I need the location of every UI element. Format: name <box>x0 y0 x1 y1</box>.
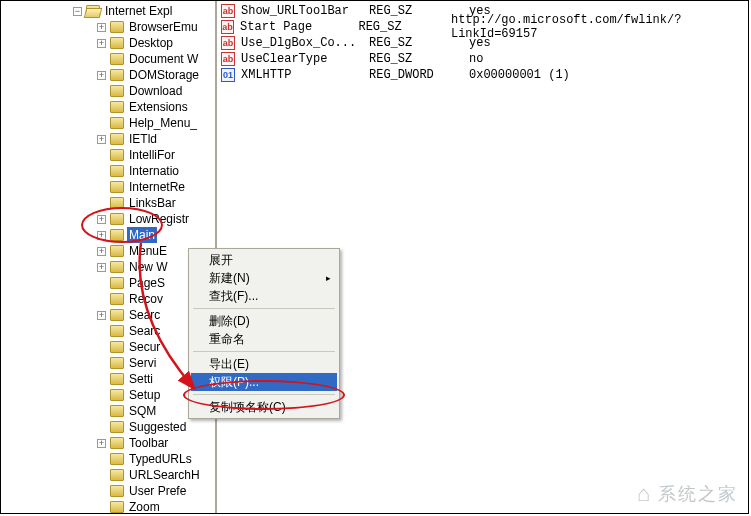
tree-node-suggested[interactable]: Suggested <box>1 419 215 435</box>
tree-node-pages[interactable]: PageS <box>1 275 215 291</box>
tree-node-label: Internatio <box>127 163 181 179</box>
menu-item-重命名[interactable]: 重命名 <box>191 330 337 348</box>
tree-node-main[interactable]: + Main <box>1 227 215 243</box>
no-expand <box>97 199 106 208</box>
no-expand <box>97 119 106 128</box>
folder-open-icon <box>86 5 100 17</box>
tree-node-label: Zoom <box>127 499 162 513</box>
tree-node-servi[interactable]: Servi <box>1 355 215 371</box>
folder-icon <box>110 405 124 417</box>
tree-node-extensions[interactable]: Extensions <box>1 99 215 115</box>
tree-node-menue[interactable]: + MenuE <box>1 243 215 259</box>
tree-node-download[interactable]: Download <box>1 83 215 99</box>
menu-item-导出E[interactable]: 导出(E) <box>191 355 337 373</box>
value-data: http://go.microsoft.com/fwlink/?LinkId=6… <box>451 13 744 41</box>
tree-node-searc[interactable]: + Searc <box>1 307 215 323</box>
folder-icon <box>110 229 124 241</box>
folder-icon <box>110 325 124 337</box>
expand-icon[interactable]: + <box>97 263 106 272</box>
folder-icon <box>110 277 124 289</box>
value-row[interactable]: ab Start Page REG_SZ http://go.microsoft… <box>221 19 744 35</box>
tree-node-user prefe[interactable]: User Prefe <box>1 483 215 499</box>
expand-icon[interactable]: + <box>97 215 106 224</box>
tree-node-domstorage[interactable]: + DOMStorage <box>1 67 215 83</box>
expand-icon[interactable]: + <box>97 39 106 48</box>
tree-root[interactable]: − Internet Expl <box>1 3 215 19</box>
no-expand <box>97 503 106 512</box>
tree-node-label: IntelliFor <box>127 147 177 163</box>
value-data: yes <box>469 36 491 50</box>
tree-node-ietld[interactable]: + IETld <box>1 131 215 147</box>
tree-root-label: Internet Expl <box>103 3 174 19</box>
value-row[interactable]: ab UseClearType REG_SZ no <box>221 51 744 67</box>
expand-icon[interactable]: + <box>97 71 106 80</box>
expand-icon[interactable]: + <box>97 311 106 320</box>
tree-node-lowregistr[interactable]: + LowRegistr <box>1 211 215 227</box>
tree-node-help_menu_[interactable]: Help_Menu_ <box>1 115 215 131</box>
folder-icon <box>110 501 124 513</box>
folder-icon <box>110 213 124 225</box>
tree-node-searc[interactable]: Searc <box>1 323 215 339</box>
folder-icon <box>110 437 124 449</box>
tree-node-label: Toolbar <box>127 435 170 451</box>
tree-node-desktop[interactable]: + Desktop <box>1 35 215 51</box>
menu-item-查找F[interactable]: 查找(F)... <box>191 287 337 305</box>
menu-item-新建N[interactable]: 新建(N) <box>191 269 337 287</box>
folder-icon <box>110 37 124 49</box>
menu-item-删除D[interactable]: 删除(D) <box>191 312 337 330</box>
folder-icon <box>110 421 124 433</box>
context-menu[interactable]: 展开新建(N)查找(F)...删除(D)重命名导出(E)权限(P)...复制项名… <box>188 248 340 419</box>
tree-node-zoom[interactable]: Zoom <box>1 499 215 513</box>
tree-node-label: PageS <box>127 275 167 291</box>
tree-node-document w[interactable]: Document W <box>1 51 215 67</box>
tree-node-label: Download <box>127 83 184 99</box>
tree-node-browseremu[interactable]: + BrowserEmu <box>1 19 215 35</box>
folder-icon <box>110 485 124 497</box>
menu-separator <box>193 351 335 352</box>
value-name: UseClearType <box>241 52 369 66</box>
tree-node-recov[interactable]: Recov <box>1 291 215 307</box>
tree-node-intellifor[interactable]: IntelliFor <box>1 147 215 163</box>
tree-node-label: Setti <box>127 371 155 387</box>
folder-icon <box>110 21 124 33</box>
expand-icon[interactable]: + <box>97 439 106 448</box>
tree-node-label: LinksBar <box>127 195 178 211</box>
tree-node-new w[interactable]: + New W <box>1 259 215 275</box>
tree-node-sqm[interactable]: SQM <box>1 403 215 419</box>
no-expand <box>97 471 106 480</box>
no-expand <box>97 103 106 112</box>
tree-node-label: InternetRe <box>127 179 187 195</box>
no-expand <box>97 423 106 432</box>
collapse-icon[interactable]: − <box>73 7 82 16</box>
tree-node-toolbar[interactable]: + Toolbar <box>1 435 215 451</box>
tree-node-setti[interactable]: Setti <box>1 371 215 387</box>
tree-node-label: Searc <box>127 323 162 339</box>
menu-item-展开[interactable]: 展开 <box>191 251 337 269</box>
string-icon: ab <box>221 36 235 50</box>
tree-node-linksbar[interactable]: LinksBar <box>1 195 215 211</box>
tree-node-urlsearchh[interactable]: URLSearchH <box>1 467 215 483</box>
tree-node-internatio[interactable]: Internatio <box>1 163 215 179</box>
folder-icon <box>110 101 124 113</box>
folder-icon <box>110 53 124 65</box>
tree-node-setup[interactable]: Setup <box>1 387 215 403</box>
tree-node-label: Secur <box>127 339 162 355</box>
value-type: REG_SZ <box>369 36 469 50</box>
no-expand <box>97 407 106 416</box>
registry-tree-pane[interactable]: − Internet Expl + BrowserEmu + Desktop D… <box>1 1 217 513</box>
menu-item-权限P[interactable]: 权限(P)... <box>191 373 337 391</box>
tree-node-internetre[interactable]: InternetRe <box>1 179 215 195</box>
expand-icon[interactable]: + <box>97 135 106 144</box>
no-expand <box>97 327 106 336</box>
expand-icon[interactable]: + <box>97 231 106 240</box>
tree-node-secur[interactable]: Secur <box>1 339 215 355</box>
watermark-text: 系统之家 <box>658 482 738 506</box>
expand-icon[interactable]: + <box>97 247 106 256</box>
value-row[interactable]: 01 XMLHTTP REG_DWORD 0x00000001 (1) <box>221 67 744 83</box>
folder-icon <box>110 341 124 353</box>
folder-icon <box>110 261 124 273</box>
no-expand <box>97 151 106 160</box>
tree-node-typedurls[interactable]: TypedURLs <box>1 451 215 467</box>
menu-item-复制项名称C[interactable]: 复制项名称(C) <box>191 398 337 416</box>
expand-icon[interactable]: + <box>97 23 106 32</box>
